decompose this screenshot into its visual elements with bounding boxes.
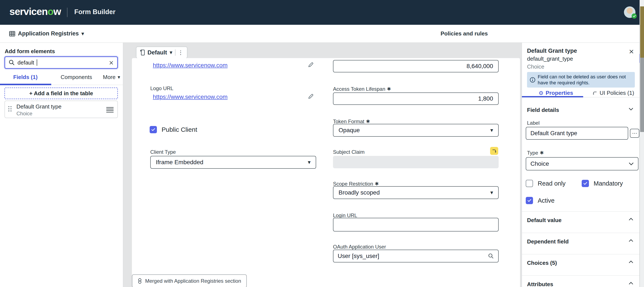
chevron-down-icon: ▼	[81, 32, 84, 36]
type-select[interactable]: Choice	[526, 157, 638, 170]
required-marker: ✱	[366, 119, 370, 124]
public-client-checkbox[interactable]	[150, 126, 157, 133]
form-variant-tab[interactable]: Default ▼ ⋮	[136, 46, 188, 58]
label-field-value: Default Grant type	[530, 130, 577, 137]
tab-more[interactable]: More ▼	[103, 74, 120, 80]
field-card-default-grant-type[interactable]: Default Grant type Choice	[4, 100, 118, 118]
label-text: Token Format	[333, 118, 364, 124]
table-selector[interactable]: Application Registries ▼	[9, 25, 84, 42]
scope-restriction-label: Scope Restriction✱	[333, 181, 379, 187]
drag-handle-icon[interactable]	[8, 106, 12, 112]
section-choices: Choices (5)	[527, 260, 557, 266]
mandatory-checkbox[interactable]	[582, 180, 589, 187]
field-internal-name: default_grant_type	[527, 56, 573, 62]
chevron-down-icon[interactable]	[629, 108, 633, 110]
tab-components[interactable]: Components	[60, 74, 92, 80]
servicenow-logo: servicenow	[10, 6, 61, 17]
tab-ui-policies[interactable]: UI Policies (1)	[592, 90, 634, 96]
chevron-up-icon[interactable]	[629, 260, 633, 264]
refresh-token-lifespan-input[interactable]: 8,640,000	[333, 60, 499, 72]
client-type-dropdown[interactable]: Iframe Embedded ▼	[150, 156, 316, 169]
tab-ui-policies-label: UI Policies (1)	[600, 90, 634, 96]
user-avatar[interactable]	[624, 6, 636, 18]
product-title: Form Builder	[74, 8, 116, 16]
merge-badge-label: Merged with Application Registries secti…	[145, 278, 241, 284]
tab-properties[interactable]: ⚙ Properties	[538, 90, 573, 96]
public-client-label: Public Client	[162, 126, 197, 133]
edit-pencil-icon[interactable]	[308, 62, 314, 68]
oauth-application-user-input[interactable]: User [sys_user]	[333, 250, 499, 262]
access-token-lifespan-input[interactable]: 1,800	[333, 92, 499, 105]
policies-and-rules-link[interactable]: Policies and rules	[440, 25, 488, 42]
redirect-url-link[interactable]: https://www.servicenow.com	[153, 62, 228, 69]
panel-title: Default Grant type	[527, 48, 577, 54]
sidebar-heading: Add form elements	[5, 48, 55, 55]
section-dependent-field: Dependent field	[527, 238, 569, 245]
close-panel-icon[interactable]: ×	[629, 48, 634, 55]
section-divider	[522, 254, 640, 254]
field-properties-panel: Default Grant type × default_grant_type …	[522, 43, 639, 287]
variant-tab-divider	[175, 49, 176, 56]
table-selector-label: Application Registries	[18, 30, 79, 37]
subject-claim-input	[333, 156, 499, 168]
search-value: default	[18, 59, 34, 66]
label-field-input[interactable]: Default Grant type	[526, 127, 628, 140]
type-field-label: Type✱	[527, 150, 544, 156]
read-only-checkbox[interactable]	[526, 180, 533, 187]
form-canvas: Default ▼ ⋮ https://www.servicenow.com L…	[123, 43, 522, 287]
policies-label: Policies and rules	[440, 30, 488, 37]
add-field-label: + Add a field in the table	[29, 90, 93, 97]
active-tab-underline	[0, 84, 51, 85]
more-options-button[interactable]: ⋯	[630, 129, 639, 138]
field-type-text: Choice	[527, 64, 544, 70]
reference-search-icon[interactable]	[488, 253, 494, 259]
menu-lines-icon[interactable]	[106, 107, 114, 112]
active-tab-underline	[522, 96, 583, 98]
presence-badge-icon	[632, 14, 637, 18]
public-client-field: Public Client	[150, 126, 197, 133]
read-only-label: Read only	[538, 180, 566, 187]
clear-search-icon[interactable]: ×	[109, 59, 114, 66]
text-cursor	[37, 59, 37, 66]
chevron-down-icon: ▼	[118, 76, 120, 79]
client-type-label: Client Type	[150, 149, 176, 155]
page-scrollbar[interactable]	[640, 0, 644, 287]
mandatory-label: Mandatory	[594, 180, 623, 187]
tab-fields[interactable]: Fields (1)	[13, 74, 38, 80]
scope-restriction-dropdown[interactable]: Broadly scoped ▼	[333, 186, 499, 199]
app-header: servicenow Form Builder	[0, 0, 644, 25]
kebab-menu-icon[interactable]: ⋮	[178, 49, 184, 56]
oauth-application-user-value: User [sys_user]	[338, 252, 379, 260]
oauth-application-user-label: OAuth Application User	[333, 244, 386, 250]
chevron-down-icon	[629, 162, 634, 166]
scrollbar-marker	[640, 6, 644, 58]
logo-url-link[interactable]: https://www.servicenow.com	[153, 94, 228, 100]
chevron-up-icon[interactable]	[629, 282, 633, 285]
table-grid-icon	[9, 31, 15, 37]
token-format-dropdown[interactable]: Opaque ▼	[333, 124, 499, 137]
refresh-token-lifespan-value: 8,640,000	[466, 63, 493, 70]
add-field-button[interactable]: + Add a field in the table	[4, 88, 118, 99]
chevron-up-icon[interactable]	[629, 218, 633, 221]
login-url-input[interactable]	[333, 218, 499, 232]
tab-properties-label: Properties	[546, 90, 573, 96]
info-alert-text: Field can not be deleted as user does no…	[538, 74, 632, 86]
field-card-title: Default Grant type	[16, 103, 62, 110]
edit-pencil-icon[interactable]	[308, 93, 314, 100]
access-token-lifespan-label: Access Token Lifespan✱	[333, 86, 391, 92]
ui-policy-icon	[592, 91, 598, 96]
token-format-label: Token Format✱	[333, 118, 370, 124]
active-checkbox[interactable]	[526, 197, 533, 204]
chevron-up-icon[interactable]	[629, 239, 633, 242]
active-label: Active	[538, 197, 554, 204]
scrollbar-thumb[interactable]	[640, 58, 644, 132]
logo-text: servicen	[10, 6, 48, 17]
subject-claim-label: Subject Claim	[333, 149, 364, 155]
form-view-icon	[140, 50, 145, 56]
element-search-input[interactable]: default ×	[4, 56, 118, 69]
tab-components-label: Components	[60, 74, 92, 80]
required-marker: ✱	[387, 86, 391, 92]
section-field-details: Field details	[527, 107, 559, 114]
chevron-down-icon: ▼	[490, 128, 493, 132]
ui-policy-indicator-icon[interactable]	[490, 147, 498, 155]
